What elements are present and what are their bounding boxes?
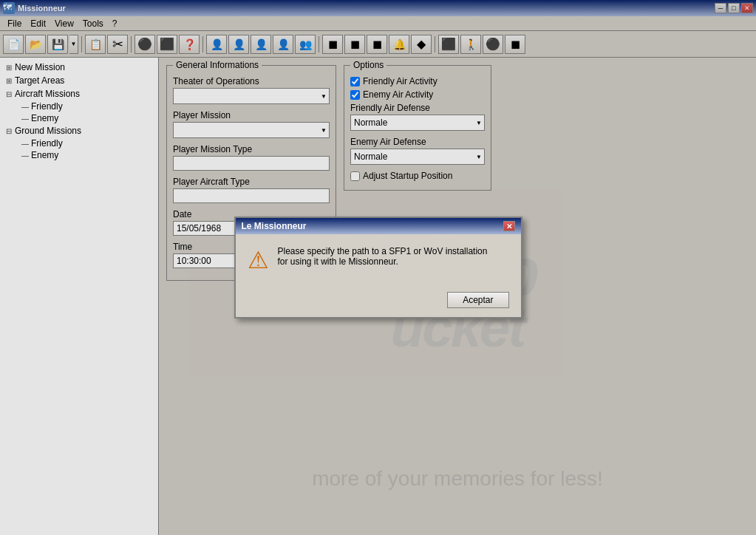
dialog-message: Please specify the path to a SFP1 or WoV… [278, 246, 488, 267]
dialog-message-line1: Please specify the path to a SFP1 or WoV… [278, 246, 488, 256]
accept-button[interactable]: Aceptar [447, 292, 508, 308]
dialog-body: ⚠ Please specify the path to a SFP1 or W… [236, 234, 521, 286]
dialog-message-line2: for using it with le Missionneur. [278, 256, 488, 267]
dialog-titlebar: Le Missionneur ✕ [236, 218, 521, 234]
warning-icon: ⚠ [248, 246, 269, 274]
dialog-close-button[interactable]: ✕ [503, 221, 515, 231]
dialog-footer: Aceptar [236, 286, 521, 317]
dialog-overlay: Le Missionneur ✕ ⚠ Please specify the pa… [0, 0, 756, 535]
dialog: Le Missionneur ✕ ⚠ Please specify the pa… [234, 217, 522, 318]
dialog-title: Le Missionneur [242, 221, 307, 231]
